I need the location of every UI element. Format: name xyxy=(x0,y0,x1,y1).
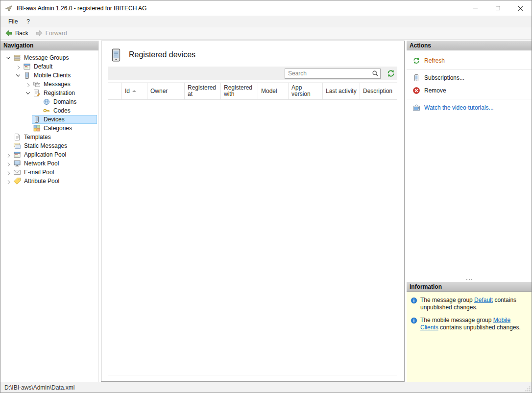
chevron-right-icon[interactable] xyxy=(4,151,12,159)
tree-item-label: E-mail Pool xyxy=(23,169,55,176)
main-area: Navigation Message Groups Default Mobile… xyxy=(0,40,532,382)
info-icon xyxy=(411,317,417,324)
chevron-right-icon[interactable] xyxy=(24,80,32,88)
close-button[interactable] xyxy=(509,0,532,16)
application-pool-icon xyxy=(13,151,21,159)
tree-item-message-groups[interactable]: Message Groups xyxy=(0,53,98,62)
minimize-button[interactable] xyxy=(464,0,486,16)
column-header-owner[interactable]: Owner xyxy=(147,83,185,99)
action-remove[interactable]: Remove xyxy=(407,84,532,97)
chevron-right-icon[interactable] xyxy=(4,177,12,185)
devices-icon xyxy=(33,116,41,123)
info-text: The mobile message group Mobile Clients … xyxy=(420,317,528,331)
tree-item-domains[interactable]: Domains xyxy=(0,97,98,106)
column-label: Registered at xyxy=(188,85,218,97)
tree-item-application-pool[interactable]: Application Pool xyxy=(0,150,98,159)
column-header-app-version[interactable]: App version xyxy=(289,83,323,99)
tree-item-devices[interactable]: Devices xyxy=(0,115,98,124)
app-window: IBI-aws Admin 1.26.0 - registered for IB… xyxy=(0,0,532,393)
tree-item-static-messages[interactable]: Static Messages xyxy=(0,141,98,150)
action-refresh[interactable]: Refresh xyxy=(407,54,532,67)
tree-item-label: Devices xyxy=(43,116,66,123)
tree-item-codes[interactable]: Codes xyxy=(0,106,98,115)
table-corner-cell[interactable] xyxy=(108,83,122,99)
templates-icon xyxy=(13,133,21,141)
tree-item-label: Templates xyxy=(23,134,52,140)
search-icon[interactable] xyxy=(372,70,379,77)
devices-table-body[interactable] xyxy=(108,100,397,375)
tree-item-categories[interactable]: Categories xyxy=(0,124,98,133)
search-input[interactable] xyxy=(285,69,381,79)
registration-icon xyxy=(33,89,41,97)
chevron-right-icon[interactable] xyxy=(4,160,12,167)
sort-ascending-icon xyxy=(132,90,136,92)
tree-item-label: Registration xyxy=(43,90,76,96)
page-title: Registered devices xyxy=(129,50,195,59)
actions-header: Actions xyxy=(407,41,532,50)
refresh-icon xyxy=(387,69,395,78)
tree-item-templates[interactable]: Templates xyxy=(0,133,98,141)
resize-grip[interactable] xyxy=(525,386,531,392)
forward-icon xyxy=(35,29,43,37)
maximize-button[interactable] xyxy=(486,0,509,16)
app-icon xyxy=(5,4,13,12)
info-icon xyxy=(411,297,417,304)
column-header-id[interactable]: Id xyxy=(122,83,147,99)
column-header-last-activity[interactable]: Last activity xyxy=(323,83,360,99)
information-body: The message group Default contains unpub… xyxy=(407,292,532,382)
window-controls xyxy=(464,0,532,16)
tree-item-default[interactable]: Default xyxy=(0,62,98,71)
chevron-right-icon[interactable] xyxy=(4,168,12,176)
tree-item-label: Default xyxy=(33,63,53,70)
menu-help[interactable]: ? xyxy=(22,16,34,27)
tree-item-attribute-pool[interactable]: Attribute Pool xyxy=(0,177,98,185)
column-header-registered-at[interactable]: Registered at xyxy=(185,83,221,99)
column-header-registered-with[interactable]: Registered with xyxy=(221,83,258,99)
static-messages-icon xyxy=(13,142,21,150)
actions-divider xyxy=(407,69,532,69)
menu-file[interactable]: File xyxy=(4,16,22,27)
domains-icon xyxy=(43,98,50,106)
minimize-icon xyxy=(473,8,478,8)
tree-item-mobile-clients[interactable]: Mobile Clients xyxy=(0,71,98,80)
action-remove-label: Remove xyxy=(424,87,446,94)
action-video-tutorials-label: Watch the video-tutorials... xyxy=(424,104,494,111)
default-group-link[interactable]: Default xyxy=(474,297,493,303)
column-label: Model xyxy=(261,88,277,94)
info-message-mobile-clients: The mobile message group Mobile Clients … xyxy=(411,317,528,331)
titlebar: IBI-aws Admin 1.26.0 - registered for IB… xyxy=(0,0,532,16)
column-header-model[interactable]: Model xyxy=(258,83,289,99)
table-refresh-button[interactable] xyxy=(387,69,395,78)
search-row xyxy=(108,67,397,80)
tree-item-label: Attribute Pool xyxy=(23,178,60,185)
remove-icon xyxy=(412,87,420,94)
subscriptions-icon xyxy=(412,74,420,82)
tree-item-label: Network Pool xyxy=(23,160,60,167)
back-button[interactable]: Back xyxy=(5,29,28,37)
chevron-down-icon[interactable] xyxy=(4,54,12,62)
chevron-down-icon[interactable] xyxy=(24,89,32,97)
tree-item-email-pool[interactable]: E-mail Pool xyxy=(0,168,98,177)
forward-button[interactable]: Forward xyxy=(35,29,67,37)
tree-item-messages[interactable]: Messages xyxy=(0,80,98,89)
column-label: App version xyxy=(291,85,319,97)
action-subscriptions[interactable]: Subscriptions... xyxy=(407,71,532,84)
chevron-down-icon[interactable] xyxy=(14,71,22,79)
tree-item-network-pool[interactable]: Network Pool xyxy=(0,159,98,168)
column-header-description[interactable]: Description xyxy=(360,83,397,99)
window-title: IBI-aws Admin 1.26.0 - registered for IB… xyxy=(17,5,146,12)
tree-item-registration[interactable]: Registration xyxy=(0,89,98,97)
back-label: Back xyxy=(15,30,28,37)
action-video-tutorials[interactable]: Watch the video-tutorials... xyxy=(407,101,532,114)
tree-item-label: Domains xyxy=(52,98,77,105)
content-title-row: Registered devices xyxy=(101,41,404,67)
registered-devices-icon xyxy=(110,48,122,62)
column-label: Description xyxy=(363,88,392,94)
maximize-icon xyxy=(496,6,500,10)
close-icon xyxy=(517,5,523,11)
chevron-right-icon[interactable] xyxy=(14,63,22,70)
video-tutorials-icon xyxy=(412,104,420,112)
panel-splitter[interactable] xyxy=(407,277,532,282)
email-pool-icon xyxy=(13,168,21,176)
tree-item-label: Message Groups xyxy=(23,54,70,61)
